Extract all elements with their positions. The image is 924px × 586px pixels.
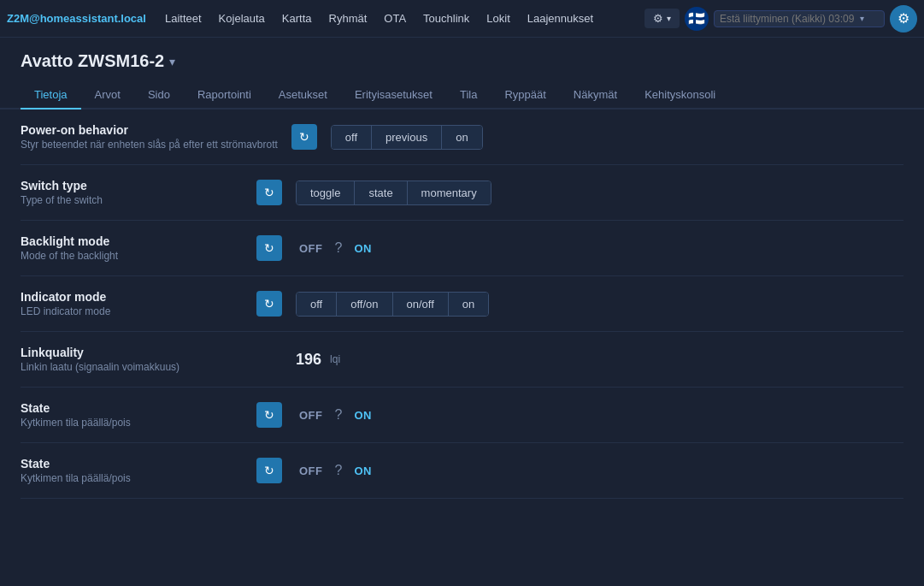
setting-desc-indicator-mode: LED indicator mode (21, 305, 243, 317)
indicator-mode-control: off off/on on/off on (296, 292, 903, 317)
gear-round-icon: ⚙ (898, 10, 909, 27)
switch-momentary-option[interactable]: momentary (408, 181, 491, 204)
nav-laajennukset[interactable]: Laajennukset (519, 0, 602, 38)
indicator-on-option[interactable]: on (449, 293, 488, 316)
refresh-icon: ↻ (264, 408, 274, 422)
setting-label-col: Linkquality Linkin laatu (signaalin voim… (21, 346, 243, 373)
switch-toggle-option[interactable]: toggle (297, 181, 355, 204)
setting-desc-backlight-mode: Mode of the backlight (21, 250, 243, 262)
backlight-on-toggle[interactable]: ON (350, 240, 375, 257)
settings-round-button[interactable]: ⚙ (890, 5, 917, 33)
linkquality-display: 196 lqi (296, 351, 903, 369)
linkquality-unit: lqi (330, 353, 340, 365)
refresh-power-on-behavior-button[interactable]: ↻ (291, 124, 317, 150)
language-flag[interactable]: 🇫🇮 (685, 7, 709, 31)
page-title-chevron-icon[interactable]: ▾ (169, 55, 175, 68)
tab-tietoja[interactable]: Tietoja (21, 81, 81, 110)
nav-ota[interactable]: OTA (375, 0, 415, 38)
setting-row-switch-type: Switch type Type of the switch ↻ toggle … (21, 165, 903, 221)
setting-label-col: Backlight mode Mode of the backlight (21, 234, 243, 262)
tab-kehityskonsoli[interactable]: Kehityskonsoli (631, 81, 729, 110)
search-chevron-icon: ▾ (860, 14, 864, 23)
setting-desc-switch-type: Type of the switch (21, 194, 243, 206)
state1-off-toggle[interactable]: OFF (296, 407, 327, 423)
power-on-previous-option[interactable]: previous (372, 126, 442, 149)
tab-raportointi[interactable]: Raportointi (184, 81, 265, 110)
backlight-question-indicator: ? (332, 240, 346, 256)
setting-row-linkquality: Linkquality Linkin laatu (signaalin voim… (21, 332, 903, 388)
nav-kojelauta[interactable]: Kojelauta (210, 0, 274, 38)
tab-ryhpaat[interactable]: Ryppäät (491, 81, 559, 110)
setting-name-state-1: State (21, 401, 243, 415)
nav-laitteet[interactable]: Laitteet (156, 0, 210, 38)
setting-row-backlight-mode: Backlight mode Mode of the backlight ↻ O… (21, 221, 903, 276)
tab-erityisasetukset[interactable]: Erityisasetukset (341, 81, 446, 110)
state-2-control: OFF ? ON (296, 463, 903, 479)
setting-row-power-on-behavior: Power-on behavior Styr beteendet när enh… (21, 110, 903, 165)
nav-lokit[interactable]: Lokit (478, 0, 518, 38)
settings-gear-button[interactable]: ⚙ ▾ (644, 9, 680, 28)
refresh-state-2-button[interactable]: ↻ (256, 458, 282, 483)
setting-desc-state-2: Kytkimen tila päällä/pois (21, 472, 243, 484)
page-title: Avatto ZWSM16-2 (21, 51, 164, 71)
setting-name-power-on-behavior: Power-on behavior (21, 123, 278, 137)
power-on-on-option[interactable]: on (442, 126, 481, 149)
power-on-behavior-control: off previous on (331, 125, 903, 150)
setting-name-linkquality: Linkquality (21, 346, 243, 359)
setting-row-state-1: State Kytkimen tila päällä/pois ↻ OFF ? … (21, 388, 903, 443)
refresh-switch-type-button[interactable]: ↻ (256, 180, 282, 205)
indicator-off-option[interactable]: off (297, 293, 337, 316)
backlight-off-toggle[interactable]: OFF (296, 240, 327, 257)
setting-row-state-2: State Kytkimen tila päällä/pois ↻ OFF ? … (21, 443, 903, 499)
state1-on-toggle[interactable]: ON (350, 407, 375, 423)
setting-label-col: Indicator mode LED indicator mode (21, 290, 243, 317)
setting-label-col: Power-on behavior Styr beteendet när enh… (21, 123, 278, 151)
state1-question-indicator: ? (332, 407, 346, 423)
setting-name-indicator-mode: Indicator mode (21, 290, 243, 304)
refresh-indicator-mode-button[interactable]: ↻ (256, 291, 282, 317)
switch-state-option[interactable]: state (355, 181, 407, 204)
gear-icon: ⚙ (653, 12, 663, 25)
tab-nakyymat[interactable]: Näkymät (560, 81, 631, 110)
setting-name-backlight-mode: Backlight mode (21, 234, 243, 248)
refresh-backlight-mode-button[interactable]: ↻ (256, 235, 282, 261)
settings-chevron-icon: ▾ (667, 14, 671, 23)
indicator-offon-option[interactable]: off/on (337, 293, 392, 316)
setting-label-col: State Kytkimen tila päällä/pois (21, 457, 243, 484)
refresh-icon: ↻ (264, 241, 274, 255)
setting-desc-state-1: Kytkimen tila päällä/pois (21, 417, 243, 429)
setting-desc-power-on-behavior: Styr beteendet när enheten slås på efter… (21, 139, 278, 151)
indicator-onoff-option[interactable]: on/off (393, 293, 449, 316)
backlight-mode-control: OFF ? ON (296, 240, 903, 257)
page-header: Avatto ZWSM16-2 ▾ (0, 38, 924, 71)
refresh-state-1-button[interactable]: ↻ (256, 402, 282, 428)
tab-tila[interactable]: Tila (446, 81, 491, 110)
setting-label-col: Switch type Type of the switch (21, 179, 243, 206)
search-input[interactable] (720, 13, 856, 25)
tab-bar: Tietoja Arvot Sido Raportointi Asetukset… (0, 74, 924, 110)
tab-sido[interactable]: Sido (134, 81, 184, 110)
state2-on-toggle[interactable]: ON (350, 463, 375, 479)
switch-type-btn-group: toggle state momentary (296, 181, 491, 205)
nav-ryhmat[interactable]: Ryhmät (321, 0, 376, 38)
brand-link[interactable]: Z2M@homeassistant.local (7, 12, 146, 25)
top-navigation: Z2M@homeassistant.local Laitteet Kojelau… (0, 0, 924, 38)
nav-touchlink[interactable]: Touchlink (415, 0, 478, 38)
switch-type-control: toggle state momentary (296, 181, 903, 205)
setting-name-state-2: State (21, 457, 243, 471)
setting-row-indicator-mode: Indicator mode LED indicator mode ↻ off … (21, 276, 903, 332)
tab-asetukset[interactable]: Asetukset (265, 81, 341, 110)
power-on-behavior-btn-group: off previous on (331, 125, 483, 150)
refresh-icon: ↻ (264, 464, 274, 477)
state2-off-toggle[interactable]: OFF (296, 463, 327, 479)
refresh-icon: ↻ (264, 297, 274, 311)
state2-question-indicator: ? (332, 463, 346, 478)
power-on-off-option[interactable]: off (332, 126, 372, 149)
setting-name-switch-type: Switch type (21, 179, 243, 192)
setting-desc-linkquality: Linkin laatu (signaalin voimakkuus) (21, 361, 243, 373)
indicator-mode-btn-group: off off/on on/off on (296, 292, 489, 317)
nav-kartta[interactable]: Kartta (274, 0, 321, 38)
refresh-icon: ↻ (299, 130, 309, 144)
search-bar: ▾ (714, 10, 885, 27)
tab-arvot[interactable]: Arvot (81, 81, 134, 110)
